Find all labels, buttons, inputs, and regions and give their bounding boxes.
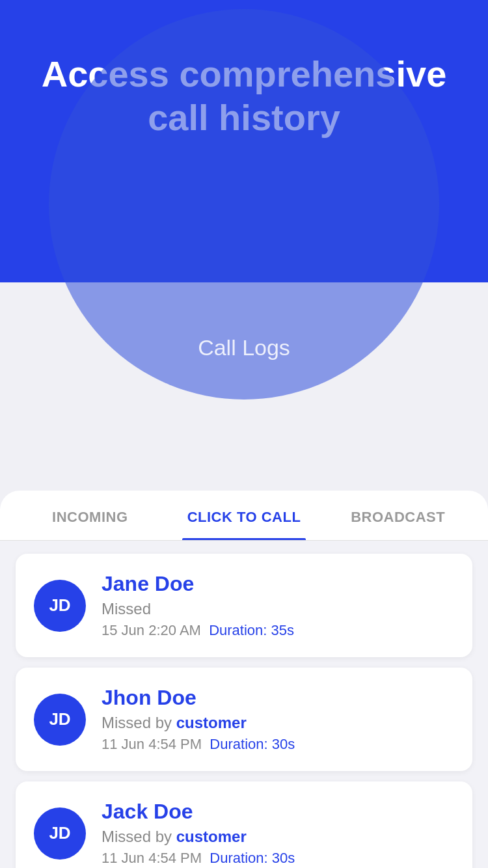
call-list: JD Jane Doe Missed 15 Jun 2:20 AM Durati… xyxy=(0,541,488,868)
call-card-1[interactable]: JD Jane Doe Missed 15 Jun 2:20 AM Durati… xyxy=(16,554,472,657)
avatar-jack: JD xyxy=(34,807,86,860)
call-info-jhon: Jhon Doe Missed by customer 11 Jun 4:54 … xyxy=(102,686,295,753)
call-info-jane: Jane Doe Missed 15 Jun 2:20 AM Duration:… xyxy=(102,572,294,639)
tab-click-to-call[interactable]: CLICK TO CALL xyxy=(167,491,321,540)
call-meta-jhon: 11 Jun 4:54 PM Duration: 30s xyxy=(102,736,295,753)
contact-name-jack: Jack Doe xyxy=(102,800,295,824)
call-card-2[interactable]: JD Jhon Doe Missed by customer 11 Jun 4:… xyxy=(16,668,472,771)
call-meta-jack: 11 Jun 4:54 PM Duration: 30s xyxy=(102,850,295,867)
tab-broadcast[interactable]: BROADCAST xyxy=(321,491,475,540)
call-card-3[interactable]: JD Jack Doe Missed by customer 11 Jun 4:… xyxy=(16,781,472,868)
avatar-jhon: JD xyxy=(34,694,86,746)
call-status-jane: Missed xyxy=(102,600,294,618)
avatar-jane: JD xyxy=(34,580,86,632)
call-info-jack: Jack Doe Missed by customer 11 Jun 4:54 … xyxy=(102,800,295,867)
contact-name-jane: Jane Doe xyxy=(102,572,294,596)
tabs-container: INCOMING CLICK TO CALL BROADCAST xyxy=(0,491,488,541)
header-section: Access comprehensive call history Call L… xyxy=(0,0,488,282)
main-content: INCOMING CLICK TO CALL BROADCAST JD Jane… xyxy=(0,491,488,868)
tab-incoming[interactable]: INCOMING xyxy=(13,491,167,540)
call-meta-jane: 15 Jun 2:20 AM Duration: 35s xyxy=(102,622,294,639)
call-status-jhon: Missed by customer xyxy=(102,714,295,732)
contact-name-jhon: Jhon Doe xyxy=(102,686,295,710)
call-logs-label: Call Logs xyxy=(198,335,290,360)
call-status-jack: Missed by customer xyxy=(102,828,295,846)
